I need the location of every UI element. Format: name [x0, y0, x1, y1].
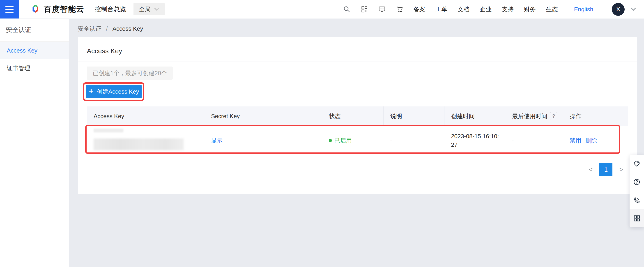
nav-link-gongdan[interactable]: 工单 — [436, 6, 447, 13]
search-icon[interactable] — [343, 6, 350, 13]
plus-icon: + — [89, 87, 94, 95]
help-circle-icon[interactable] — [630, 173, 644, 191]
hamburger-menu-icon[interactable] — [0, 0, 19, 18]
quota-banner: 已创建1个，最多可创建20个 — [87, 66, 173, 80]
help-icon[interactable]: ? — [550, 112, 557, 120]
column-header-last-used: 最后使用时间 ? — [505, 106, 563, 126]
delete-link[interactable]: 删除 — [585, 137, 597, 144]
breadcrumb-separator: / — [106, 25, 108, 32]
cell-last-used: - — [505, 126, 563, 155]
cell-description: - — [383, 126, 444, 155]
column-header-description: 说明 — [383, 106, 444, 126]
table-row: 显示 已启用 - 2023-08-15 16:10: 27 - — [87, 126, 628, 155]
create-button-annotation-box: + 创建Access Key — [83, 82, 144, 101]
region-selector[interactable]: 全局 — [134, 3, 164, 15]
cell-created-time: 2023-08-15 16:10: 27 — [444, 126, 505, 155]
column-header-access-key: Access Key — [87, 106, 204, 126]
console-grid-icon[interactable] — [361, 6, 368, 13]
access-key-card: Access Key 已创建1个，最多可创建20个 + 创建Access Key… — [78, 37, 637, 194]
access-key-redacted-blur — [94, 129, 123, 132]
column-header-created-time: 创建时间 — [444, 106, 505, 126]
pagination: < 1 > — [589, 163, 623, 176]
region-label: 全局 — [139, 6, 151, 13]
avatar[interactable]: X — [612, 3, 624, 16]
console-overview-link[interactable]: 控制台总览 — [95, 5, 126, 14]
cell-access-key — [87, 126, 204, 155]
nav-link-beian[interactable]: 备案 — [414, 6, 425, 13]
logo-text: 百度智能云 — [44, 4, 84, 14]
cell-secret-key: 显示 — [204, 126, 322, 155]
access-key-redacted-blur — [94, 138, 184, 150]
main-content: 安全认证 / Access Key Access Key 已创建1个，最多可创建… — [69, 18, 644, 267]
logo[interactable]: 百度智能云 — [30, 4, 84, 14]
feedback-message-icon[interactable] — [378, 6, 386, 13]
sidebar: 安全认证 Access Key 证书管理 — [0, 18, 69, 267]
phone-contact-icon[interactable] — [630, 191, 644, 209]
top-navbar: 百度智能云 控制台总览 全局 — [0, 0, 644, 19]
cart-icon[interactable] — [396, 6, 403, 13]
column-header-secret-key: Secret Key — [204, 106, 322, 126]
nav-link-enterprise[interactable]: 企业 — [480, 6, 492, 13]
cell-actions: 禁用 删除 — [563, 126, 628, 155]
nav-link-ecosystem[interactable]: 生态 — [546, 6, 558, 13]
sidebar-section-title: 安全认证 — [0, 18, 69, 42]
pagination-page-1[interactable]: 1 — [599, 163, 612, 176]
cell-status: 已启用 — [322, 126, 383, 155]
column-header-actions: 操作 — [563, 106, 628, 126]
breadcrumb-current: Access Key — [112, 25, 143, 32]
app-grid-icon[interactable] — [630, 209, 644, 227]
nav-link-finance[interactable]: 财务 — [524, 6, 536, 13]
navbar-right: 备案 工单 文档 企业 支持 财务 生态 English X — [343, 3, 644, 16]
card-header-divider — [78, 62, 637, 62]
page: 百度智能云 控制台总览 全局 — [0, 0, 644, 267]
account-chevron-down-icon[interactable] — [631, 8, 636, 11]
sidebar-item-access-key[interactable]: Access Key — [0, 42, 69, 59]
favorite-heart-icon[interactable] — [630, 155, 644, 173]
create-access-key-button[interactable]: + 创建Access Key — [86, 85, 142, 98]
column-header-status: 状态 — [322, 106, 383, 126]
sidebar-item-cert-management[interactable]: 证书管理 — [0, 59, 69, 77]
breadcrumb-parent[interactable]: 安全认证 — [78, 25, 101, 32]
nav-link-docs[interactable]: 文档 — [458, 6, 470, 13]
breadcrumb: 安全认证 / Access Key — [78, 25, 143, 33]
pagination-next-button[interactable]: > — [619, 166, 623, 173]
access-key-table: Access Key Secret Key 状态 说明 创建时间 最后使用时间 … — [87, 106, 628, 155]
disable-link[interactable]: 禁用 — [570, 137, 581, 144]
chevron-down-icon — [154, 8, 159, 11]
floating-toolbar — [630, 155, 644, 227]
table-header-row: Access Key Secret Key 状态 说明 创建时间 最后使用时间 … — [87, 106, 628, 126]
status-badge: 已启用 — [334, 137, 352, 144]
nav-link-support[interactable]: 支持 — [502, 6, 514, 13]
status-dot-icon — [329, 139, 332, 142]
page-title: Access Key — [87, 47, 122, 55]
language-switch-link[interactable]: English — [574, 6, 593, 13]
show-secret-link[interactable]: 显示 — [211, 137, 222, 144]
baidu-cloud-logo-icon — [30, 4, 40, 14]
pagination-prev-button[interactable]: < — [589, 166, 593, 173]
